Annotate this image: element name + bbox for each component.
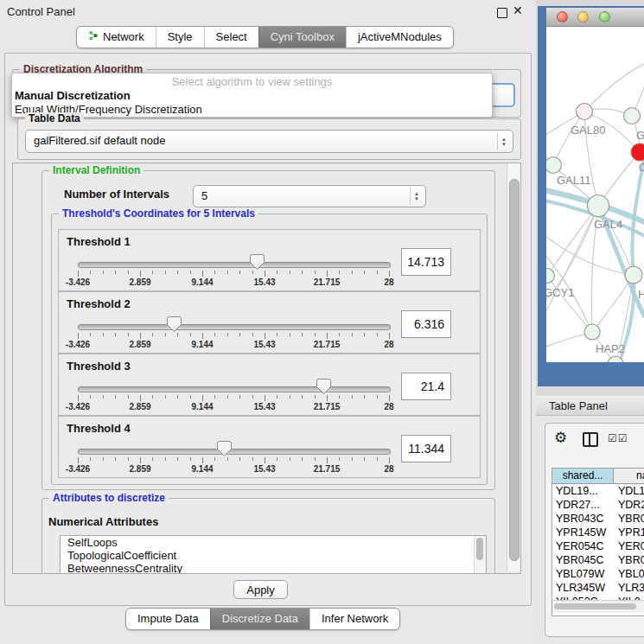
slider-thumb[interactable]: [166, 316, 182, 333]
table-cell[interactable]: YBR043C: [552, 512, 614, 526]
number-of-intervals-combo[interactable]: 5 ▲▼: [193, 185, 426, 207]
network-graph[interactable]: GAL80GACGAL11GAL4GCY1HHAP2: [546, 27, 644, 362]
table-row[interactable]: YBR045CYBR0: [552, 553, 644, 567]
apply-button[interactable]: Apply: [233, 580, 288, 599]
gear-icon[interactable]: ⚙: [554, 429, 567, 447]
dropdown-item-select-algorithm-to-view-settings[interactable]: Select algorithm to view settings: [12, 75, 492, 89]
table-cell[interactable]: YLR3: [614, 581, 644, 595]
table-cell[interactable]: YDR2: [614, 498, 644, 512]
table-cell[interactable]: YBL079W: [552, 567, 614, 581]
slider-track[interactable]: [78, 262, 391, 268]
stepper-icon[interactable]: ▲▼: [497, 132, 510, 150]
table-cell[interactable]: YER0: [614, 539, 644, 553]
zoom-traffic-light-icon[interactable]: [599, 11, 610, 22]
tick-mark: [128, 333, 129, 336]
dropdown-item-equal-width-frequency-discretization[interactable]: Equal Width/Frequency Discretization: [12, 103, 492, 117]
tick-mark: [165, 457, 166, 461]
scrollbar-thumb[interactable]: [554, 603, 636, 609]
network-node[interactable]: [584, 324, 600, 340]
slider-thumb[interactable]: [216, 440, 233, 457]
tick-mark: [277, 457, 277, 461]
network-canvas[interactable]: GAL80GACGAL11GAL4GCY1HHAP2: [546, 27, 644, 362]
columns-icon[interactable]: [583, 432, 598, 447]
network-edge[interactable]: [584, 63, 644, 112]
close-icon[interactable]: ✕: [513, 3, 523, 17]
network-node[interactable]: [631, 143, 644, 161]
threshold-value-field[interactable]: 6.316: [401, 310, 451, 338]
table-row[interactable]: YBL079WYBL0: [552, 567, 644, 581]
minimize-traffic-light-icon[interactable]: [577, 11, 589, 22]
table-data-combo[interactable]: galFiltered.sif default node ▲▼: [25, 130, 513, 153]
network-node[interactable]: [546, 269, 555, 284]
network-node[interactable]: [588, 195, 609, 217]
network-edge[interactable]: [547, 206, 598, 276]
table-cell[interactable]: YBL0: [614, 567, 644, 581]
control-panel: Control Panel ✕ NetworkStyleSelectCyni T…: [0, 0, 536, 644]
table-cell[interactable]: YDL1: [614, 484, 644, 498]
table-cell[interactable]: YDR27...: [552, 498, 614, 512]
table-cell[interactable]: YBR0: [614, 512, 644, 526]
list-item-betweennesscentrality[interactable]: BetweennessCentrality: [61, 562, 486, 574]
slider-thumb[interactable]: [316, 378, 332, 395]
table-cell[interactable]: YBR045C: [552, 553, 614, 567]
tick-label: 28: [361, 402, 417, 411]
network-edge-thick[interactable]: [619, 156, 644, 362]
table-row[interactable]: YDL19...YDL1: [552, 484, 644, 498]
node-label: GAL4: [594, 218, 622, 231]
tab-select[interactable]: Select: [204, 27, 258, 48]
network-node[interactable]: [624, 108, 641, 124]
dropdown-item-manual-discretization[interactable]: Manual Discretization: [12, 89, 492, 103]
tab-jactivemnodules[interactable]: jActiveMNodules: [346, 27, 453, 48]
list-item-topologicalcoefficient[interactable]: TopologicalCoefficient: [61, 549, 486, 562]
tab-infer-network[interactable]: Infer Network: [309, 609, 399, 629]
threshold-value-field[interactable]: 21.4: [401, 373, 451, 400]
checkbox-icons[interactable]: ☑☑: [608, 432, 628, 444]
table-row[interactable]: YER054CYER0: [552, 539, 644, 553]
table-row[interactable]: YPR145WYPR1: [552, 526, 644, 539]
tab-network[interactable]: Network: [77, 27, 156, 48]
scrollbar-thumb[interactable]: [476, 538, 483, 560]
list-item-selfloops[interactable]: SelfLoops: [61, 536, 486, 549]
tab-cyni-toolbox[interactable]: Cyni Toolbox: [258, 27, 346, 48]
tick-mark: [352, 457, 353, 461]
tick-mark: [165, 333, 166, 336]
network-edge[interactable]: [546, 233, 634, 275]
network-window-titlebar[interactable]: [546, 8, 644, 27]
threshold-value-field[interactable]: 11.344: [401, 435, 451, 462]
settings-scrollbar[interactable]: [507, 163, 520, 571]
numerical-attributes-label: Numerical Attributes: [48, 515, 158, 528]
tick-mark: [389, 395, 390, 401]
tab-impute-data[interactable]: Impute Data: [126, 609, 210, 629]
network-edge[interactable]: [553, 112, 584, 165]
list-scrollbar[interactable]: [474, 536, 486, 574]
table-cell[interactable]: YPR145W: [552, 526, 614, 539]
slider-track[interactable]: [78, 449, 391, 455]
table-cell[interactable]: YDL19...: [552, 484, 614, 498]
table-row[interactable]: YBR043CYBR0: [552, 512, 644, 526]
tab-discretize-data[interactable]: Discretize Data: [210, 609, 309, 629]
slider-track[interactable]: [78, 386, 391, 392]
tick-mark: [265, 395, 265, 401]
tab-style[interactable]: Style: [156, 27, 204, 48]
float-panel-icon[interactable]: [497, 8, 507, 18]
table-hscrollbar[interactable]: [552, 600, 644, 613]
table-header-shared[interactable]: shared...: [552, 469, 614, 483]
network-node[interactable]: [546, 157, 562, 174]
table-header-row: shared... na: [552, 469, 644, 484]
table-header-name[interactable]: na: [614, 469, 644, 483]
table-row[interactable]: YLR345WYLR3: [552, 581, 644, 595]
network-node[interactable]: [577, 104, 593, 120]
table-cell[interactable]: YLR345W: [552, 581, 614, 595]
slider-thumb[interactable]: [249, 253, 265, 271]
table-cell[interactable]: YPR1: [614, 526, 644, 539]
close-traffic-light-icon[interactable]: [557, 11, 568, 22]
stepper-icon[interactable]: ▲▼: [410, 188, 423, 205]
table-cell[interactable]: YER054C: [552, 539, 614, 553]
scrollbar-thumb[interactable]: [509, 179, 520, 561]
network-edge[interactable]: [547, 276, 592, 332]
slider-track[interactable]: [78, 324, 391, 330]
table-cell[interactable]: YBR0: [614, 553, 644, 567]
threshold-value-field[interactable]: 14.713: [401, 248, 451, 276]
table-row[interactable]: YDR27...YDR2: [552, 498, 644, 512]
network-node[interactable]: [625, 266, 642, 284]
